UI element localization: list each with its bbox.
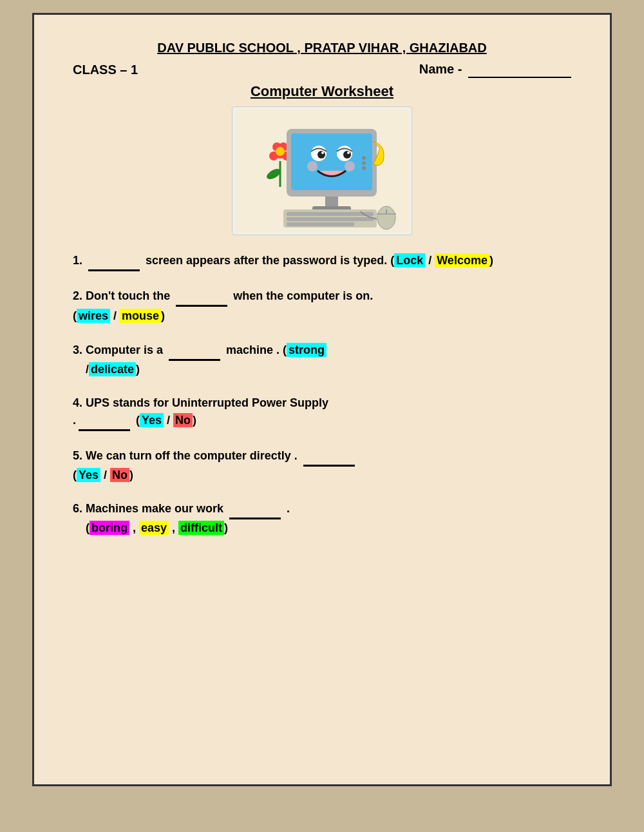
computer-image-container (73, 106, 571, 235)
svg-point-18 (347, 151, 350, 154)
q4-text2: . (73, 414, 76, 427)
worksheet-title: Computer Worksheet (73, 83, 571, 100)
q3-number: 3. Computer is a (73, 343, 166, 356)
q2-blank (176, 287, 227, 307)
svg-rect-25 (287, 212, 374, 216)
q1-option-welcome: Welcome (435, 253, 489, 267)
q6-option-boring: boring (90, 521, 129, 535)
q2-options: (wires / mouse) (73, 309, 165, 322)
school-name: DAV PUBLIC SCHOOL , PRATAP VIHAR , GHAZI… (73, 41, 571, 55)
question-4: 4. UPS stands for Uninterrupted Power Su… (73, 394, 571, 431)
name-label: Name - (419, 62, 571, 78)
question-6: 6. Machines make our work . (boring , ea… (73, 500, 571, 537)
q6-option-easy: easy (139, 521, 169, 535)
q4-blank (79, 412, 130, 431)
q2-text: when the computer is on. (230, 289, 373, 302)
q3-text: machine . (223, 343, 283, 356)
svg-point-20 (345, 161, 355, 171)
svg-point-17 (321, 151, 324, 154)
q4-option-yes: Yes (140, 413, 164, 427)
question-2: 2. Don't touch the when the computer is … (73, 287, 571, 325)
question-1: 1. screen appears after the password is … (73, 251, 571, 271)
svg-rect-27 (287, 222, 354, 226)
q1-options: (Lock / Welcome) (390, 254, 493, 267)
q3-option-strong: strong (287, 343, 327, 357)
q1-option-lock: Lock (394, 253, 425, 267)
svg-point-22 (362, 161, 366, 165)
q3-blank (169, 342, 220, 361)
q1-blank (88, 252, 140, 271)
q5-blank (303, 447, 355, 467)
q4-option-no: No (173, 413, 193, 427)
svg-point-15 (317, 151, 325, 159)
q6-text: 6. Machines make our work (73, 502, 227, 515)
worksheet-page: DAV PUBLIC SCHOOL , PRATAP VIHAR , GHAZI… (32, 13, 612, 786)
q5-option-yes: Yes (77, 468, 100, 482)
q5-text: 5. We can turn off the computer directly… (73, 449, 301, 462)
computer-illustration (232, 106, 412, 235)
question-3: 3. Computer is a machine . (strong /deli… (73, 342, 571, 378)
q1-number: 1. (73, 254, 86, 267)
svg-rect-10 (291, 133, 372, 190)
questions-container: 1. screen appears after the password is … (73, 251, 571, 537)
class-name-row: CLASS – 1 Name - (73, 62, 571, 78)
q2-option-mouse: mouse (120, 309, 161, 323)
q4-text: 4. UPS stands for Uninterrupted Power Su… (73, 396, 328, 409)
q6-dot: . (283, 502, 290, 515)
svg-point-7 (276, 147, 285, 156)
q5-option-no: No (110, 468, 129, 482)
q6-blank (229, 500, 281, 519)
q1-text: screen appears after the password is typ… (142, 254, 390, 267)
svg-point-19 (307, 161, 317, 171)
name-line (468, 62, 571, 78)
class-label: CLASS – 1 (73, 63, 138, 77)
svg-rect-26 (287, 217, 374, 221)
svg-point-16 (343, 151, 351, 159)
question-5: 5. We can turn off the computer directly… (73, 447, 571, 484)
q6-option-difficult: difficult (178, 521, 224, 535)
q2-option-wires: wires (77, 309, 110, 323)
q2-number: 2. Don't touch the (73, 289, 173, 302)
svg-point-23 (362, 166, 366, 170)
q3-option-delicate: delicate (89, 362, 136, 376)
svg-point-21 (362, 156, 366, 160)
